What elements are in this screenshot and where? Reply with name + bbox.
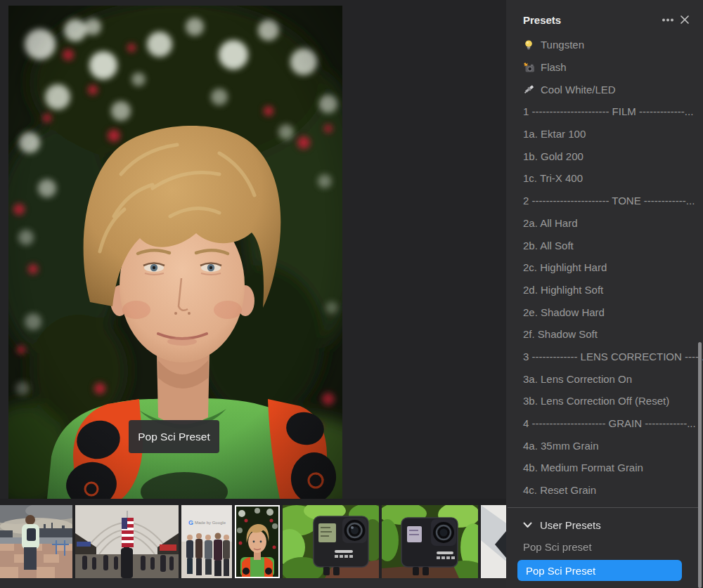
thumbnail-boy-portrait-selected[interactable]: [235, 505, 280, 578]
preset-item-3b-lens-correction-off-reset[interactable]: 3b. Lens Correction Off (Reset): [506, 390, 703, 412]
preset-item-label: Tungsten: [541, 39, 584, 51]
thumbnail-made-by-google-store[interactable]: G Made by Google: [181, 505, 232, 578]
preset-item-label: Flash: [541, 61, 567, 73]
preset-item-label: 1 ---------------------- FILM ----------…: [523, 105, 693, 117]
thumbnail-partial[interactable]: [481, 505, 506, 578]
preset-item-1b-gold-200[interactable]: 1b. Gold 200: [506, 145, 703, 167]
svg-text:G: G: [188, 519, 193, 526]
bottom-bar: [0, 578, 506, 588]
preset-item-flash[interactable]: Flash: [506, 56, 703, 79]
thumbnail-waterfront-portrait[interactable]: [0, 505, 72, 578]
thumbnail-gopro-camera-2[interactable]: [382, 505, 478, 578]
preset-item-label: 2f. Shadow Soft: [523, 328, 598, 340]
close-icon[interactable]: [676, 12, 693, 27]
user-presets-label: User Presets: [540, 519, 601, 531]
preset-item-label: 4a. 35mm Grain: [523, 440, 599, 452]
panel-scrollbar-thumb[interactable]: [698, 342, 702, 588]
camera-flash-icon: [523, 62, 536, 73]
preset-item-3-lens-correction[interactable]: 3 ------------- LENS CORRECTION ----...: [506, 346, 703, 368]
section-divider: [508, 507, 700, 508]
preset-item-label: 2c. Highlight Hard: [523, 261, 607, 273]
preset-item-label: 2d. Highlight Soft: [523, 284, 603, 296]
preset-item-label: 2 ---------------------- TONE ----------…: [523, 195, 695, 207]
preset-item-label: 4c. Reset Grain: [523, 484, 596, 496]
preset-item-label: 1b. Gold 200: [523, 150, 583, 162]
preset-item-4b-medium-format-grain[interactable]: 4b. Medium Format Grain: [506, 457, 703, 479]
preset-item-4a-35mm-grain[interactable]: 4a. 35mm Grain: [506, 434, 703, 457]
preset-item-label: Cool White/LED: [541, 84, 616, 96]
main-photo-viewport[interactable]: Pop Sci Preset: [8, 6, 342, 499]
more-options-icon[interactable]: [659, 12, 676, 27]
preset-item-label: 2e. Shadow Hard: [523, 306, 605, 318]
preset-item-3a-lens-correction-on[interactable]: 3a. Lens Correction On: [506, 367, 703, 390]
svg-text:Made by Google: Made by Google: [195, 521, 226, 525]
preset-item-label: 4b. Medium Format Grain: [523, 462, 643, 473]
preset-applied-tooltip: Pop Sci Preset: [129, 420, 219, 453]
thumbnail-train-station-flag[interactable]: [75, 505, 179, 578]
preset-item-label: 2b. All Soft: [523, 240, 574, 251]
preset-item-label: 3a. Lens Correction On: [523, 373, 632, 385]
preset-item-2-tone[interactable]: 2 ---------------------- TONE ----------…: [506, 190, 703, 212]
preset-item-cool-white-led[interactable]: Cool White/LED: [506, 78, 703, 100]
user-preset-item-selected[interactable]: Pop Sci Preset: [517, 560, 682, 581]
preset-item-label: 3 ------------- LENS CORRECTION ----...: [523, 351, 703, 362]
preset-item-1c-tri-x-400[interactable]: 1c. Tri-X 400: [506, 167, 703, 190]
preset-item-2c-highlight-hard[interactable]: 2c. Highlight Hard: [506, 256, 703, 279]
thumbnail-gopro-camera-1[interactable]: [283, 505, 379, 578]
filmstrip: G Made by Google: [0, 505, 506, 578]
user-presets-header[interactable]: User Presets: [523, 515, 601, 535]
preset-item-label: 1a. Ektar 100: [523, 128, 586, 140]
preset-item-2a-all-hard[interactable]: 2a. All Hard: [506, 212, 703, 235]
preset-item-label: 1c. Tri-X 400: [523, 172, 583, 184]
user-preset-item-0[interactable]: Pop Sci preset: [506, 536, 703, 558]
presets-panel: Presets TungstenFlashCool White/LED1 ---…: [506, 0, 703, 588]
preset-item-2e-shadow-hard[interactable]: 2e. Shadow Hard: [506, 301, 703, 323]
preset-item-label: 3b. Lens Correction Off (Reset): [523, 395, 669, 407]
panel-header: Presets: [523, 12, 693, 27]
preset-item-tungsten[interactable]: Tungsten: [506, 34, 703, 56]
preset-item-2f-shadow-soft[interactable]: 2f. Shadow Soft: [506, 323, 703, 346]
preset-item-2d-highlight-soft[interactable]: 2d. Highlight Soft: [506, 279, 703, 301]
user-preset-label: Pop Sci Preset: [526, 565, 595, 577]
preset-list: TungstenFlashCool White/LED1 -----------…: [506, 34, 703, 501]
panel-title: Presets: [523, 14, 659, 26]
flashlight-icon: [523, 84, 536, 95]
chevron-down-icon: [523, 522, 532, 528]
user-preset-label: Pop Sci preset: [523, 541, 592, 553]
preset-item-2b-all-soft[interactable]: 2b. All Soft: [506, 234, 703, 256]
filmstrip-top-shade: [0, 499, 506, 505]
preset-item-1a-ektar-100[interactable]: 1a. Ektar 100: [506, 123, 703, 145]
preset-item-4c-reset-grain[interactable]: 4c. Reset Grain: [506, 479, 703, 502]
preset-item-label: 4 --------------------- GRAIN ----------…: [523, 417, 696, 429]
lightbulb-icon: [523, 39, 536, 51]
preset-item-1-film[interactable]: 1 ---------------------- FILM ----------…: [506, 100, 703, 123]
preset-item-label: 2a. All Hard: [523, 217, 578, 229]
preset-item-4-grain[interactable]: 4 --------------------- GRAIN ----------…: [506, 412, 703, 435]
